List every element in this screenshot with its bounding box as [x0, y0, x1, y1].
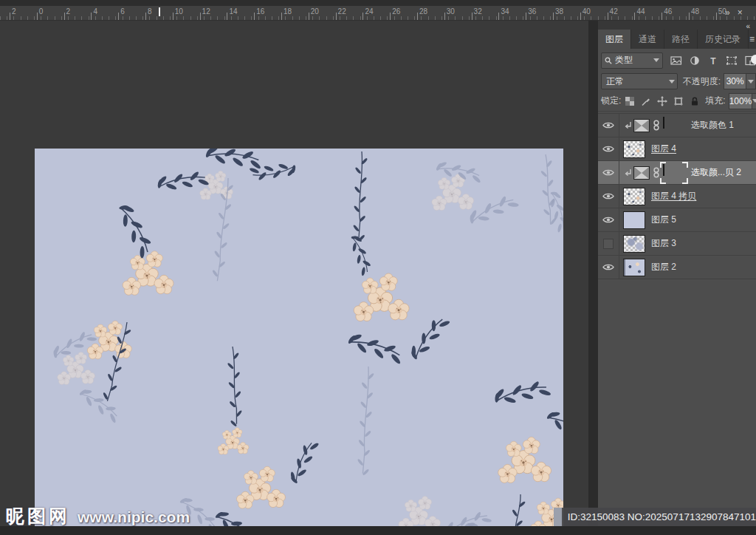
filter-type-dropdown[interactable]: 类型: [601, 52, 663, 69]
opacity-value[interactable]: 30%: [724, 73, 746, 89]
photoshop-window: 2024681012141618202224262830323436384042…: [0, 0, 756, 535]
layer-row[interactable]: 图层 2: [598, 256, 756, 279]
layer-row-content: 图层 4 拷贝: [619, 185, 696, 208]
tab-paths[interactable]: 路径: [664, 30, 698, 49]
ruler-minor-ticks: [0, 16, 756, 20]
visibility-toggle[interactable]: [598, 232, 619, 255]
eye-icon: [602, 192, 614, 200]
filter-toggle-pill[interactable]: [751, 55, 756, 66]
filter-type-label: 类型: [615, 54, 650, 67]
tab-group-controls: » ×: [725, 8, 743, 17]
visibility-toggle[interactable]: [598, 161, 619, 184]
mask-link-icon[interactable]: [653, 167, 660, 178]
eye-icon: [602, 121, 614, 129]
layer-thumbnail[interactable]: [623, 259, 645, 276]
visibility-toggle[interactable]: [598, 137, 619, 160]
visibility-toggle[interactable]: [598, 256, 619, 279]
fill-value[interactable]: 100%: [729, 93, 753, 109]
layer-name[interactable]: 选取颜...贝 2: [691, 166, 741, 179]
layer-name[interactable]: 图层 2: [651, 261, 676, 273]
layer-name[interactable]: 选取颜色 1: [691, 119, 734, 132]
mask-link-icon[interactable]: [653, 120, 660, 131]
layer-thumbnail[interactable]: [623, 140, 645, 158]
badge-chip: [554, 508, 562, 526]
document-canvas[interactable]: [35, 149, 563, 535]
fill-dropdown-button[interactable]: [752, 93, 756, 109]
layer-thumbnail[interactable]: [623, 188, 645, 205]
layer-row-content: 图层 3: [619, 232, 676, 255]
tab-history[interactable]: 历史记录: [698, 30, 749, 49]
layer-name[interactable]: 图层 4: [651, 143, 676, 155]
horizontal-ruler[interactable]: 2024681012141618202224262830323436384042…: [0, 6, 756, 21]
panel-divider: [588, 21, 598, 535]
panel-tabs: 图层 通道 路径 历史记录 ≡: [598, 30, 756, 49]
close-icon[interactable]: ×: [738, 8, 743, 17]
lock-transparency-icon[interactable]: [625, 96, 635, 106]
shape-filter-icon[interactable]: [726, 55, 738, 66]
opacity-dropdown-button[interactable]: [746, 73, 756, 89]
filter-icon-group: T: [670, 55, 756, 66]
adjustment-layer-thumbnail[interactable]: [633, 119, 650, 132]
eye-hidden-box: [603, 239, 614, 249]
layer-row[interactable]: 选取颜色 1: [598, 114, 756, 137]
watermark-url-text: www.nipic.com: [78, 508, 190, 526]
pixel-layer-filter-icon[interactable]: [670, 55, 682, 66]
eye-icon: [602, 216, 614, 224]
layer-name[interactable]: 图层 3: [651, 237, 676, 250]
chevron-down-icon: [653, 58, 659, 62]
blend-mode-row: 正常 不透明度: 30%: [598, 72, 756, 91]
layer-name[interactable]: 图层 4 拷贝: [651, 190, 696, 202]
tab-channels[interactable]: 通道: [631, 30, 664, 49]
layer-name[interactable]: 图层 5: [651, 214, 676, 226]
watermark-cn-text: 昵图网: [6, 504, 70, 528]
eye-icon: [602, 168, 614, 177]
eye-icon: [602, 145, 614, 153]
visibility-toggle[interactable]: [598, 185, 619, 208]
blend-mode-dropdown[interactable]: 正常: [601, 73, 678, 89]
lock-label: 锁定:: [601, 95, 621, 107]
layer-mask-thumbnail[interactable]: [663, 117, 685, 134]
fill-label: 填充:: [705, 95, 725, 107]
top-strip: [0, 0, 756, 6]
lock-row: 锁定:: [598, 91, 756, 112]
layer-row[interactable]: 图层 5: [598, 208, 756, 232]
layer-row[interactable]: 图层 3: [598, 232, 756, 256]
clipping-mask-arrow-icon: [623, 168, 632, 177]
canvas-workspace[interactable]: [0, 21, 588, 535]
lock-all-icon[interactable]: [690, 96, 700, 106]
badge-id-text: ID:32150083 NO:20250717132907847101: [568, 511, 756, 522]
layer-row-content: 选取颜...贝 2: [619, 161, 741, 184]
layer-row[interactable]: 图层 4: [598, 137, 756, 161]
lock-artboard-icon[interactable]: [673, 96, 684, 106]
adjustment-filter-icon[interactable]: [689, 55, 701, 66]
ruler-cursor-indicator: [159, 7, 160, 16]
lock-pixels-icon[interactable]: [641, 96, 651, 106]
layer-row[interactable]: 图层 4 拷贝: [598, 185, 756, 208]
eye-icon: [602, 263, 614, 271]
layer-filter-row: 类型 T: [598, 49, 756, 72]
tab-layers[interactable]: 图层: [598, 30, 631, 49]
blend-mode-value: 正常: [602, 75, 667, 88]
dock-arrows-icon[interactable]: »: [725, 8, 730, 17]
id-badge: ID:32150083 NO:20250717132907847101: [554, 508, 756, 526]
layer-row-content: 图层 4: [619, 137, 676, 160]
opacity-label: 不透明度:: [683, 75, 721, 88]
canvas-artwork: [35, 149, 563, 535]
layer-row[interactable]: 选取颜...贝 2: [598, 161, 756, 185]
visibility-toggle[interactable]: [598, 208, 619, 231]
svg-text:T: T: [710, 55, 716, 66]
layer-thumbnail[interactable]: [623, 211, 645, 229]
adjustment-layer-thumbnail[interactable]: [633, 166, 650, 180]
nipic-watermark: 昵图网 www.nipic.com: [6, 504, 190, 528]
visibility-toggle[interactable]: [598, 114, 619, 137]
clipping-mask-arrow-icon: [623, 121, 632, 130]
type-filter-icon[interactable]: T: [707, 55, 719, 66]
panel-menu-icon[interactable]: ≡: [749, 30, 756, 49]
lock-position-icon[interactable]: [657, 96, 667, 106]
layer-row-content: 图层 2: [619, 256, 676, 279]
layer-mask-thumbnail[interactable]: [663, 165, 685, 181]
lock-icon-group: [625, 96, 700, 106]
search-icon: [605, 57, 612, 64]
layer-thumbnail[interactable]: [623, 235, 645, 253]
layers-panel: « 图层 通道 路径 历史记录 ≡ 类型: [598, 21, 756, 535]
